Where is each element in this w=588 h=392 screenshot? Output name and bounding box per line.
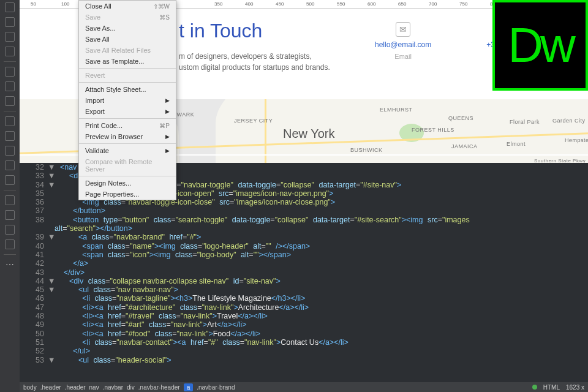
tool-icon[interactable] (5, 239, 15, 249)
tool-icon[interactable] (5, 32, 15, 42)
crumb-segment[interactable]: .navbar (103, 384, 123, 391)
tool-icon[interactable] (5, 96, 15, 106)
dreamweaver-logo: Dw (492, 0, 588, 91)
tag-breadcrumb[interactable]: body.header.headernav.navbardiv.navbar-h… (20, 382, 588, 392)
mail-icon: ✉ (396, 22, 410, 37)
crumb-segment[interactable]: .header (65, 384, 86, 391)
tool-icon[interactable] (5, 131, 15, 141)
menu-item[interactable]: Save All (79, 34, 176, 45)
tool-icon[interactable] (5, 175, 15, 185)
menu-item[interactable]: Save as Template... (79, 56, 176, 67)
tool-icon[interactable] (5, 2, 15, 12)
menu-item[interactable]: Attach Style Sheet... (79, 84, 176, 95)
menu-item: Save⌘S (79, 12, 176, 23)
lang-indicator: HTML (543, 384, 560, 391)
map-city-label: New York (283, 127, 335, 141)
tool-icon[interactable] (5, 17, 15, 27)
tool-icon[interactable] (5, 160, 15, 170)
menu-item: Compare with Remote Server (79, 156, 176, 175)
tool-icon[interactable] (5, 81, 15, 91)
contact-email[interactable]: ✉ hello@email.com Email (375, 22, 431, 60)
menu-item[interactable]: Design Notes... (79, 178, 176, 189)
status-dot-icon (532, 385, 537, 390)
tool-icon[interactable] (5, 116, 15, 126)
tool-icon[interactable] (5, 225, 15, 235)
tool-icon[interactable] (5, 67, 15, 77)
menu-item[interactable]: Page Properties... (79, 189, 176, 200)
menu-item[interactable]: Close All⇧⌘W (79, 1, 176, 12)
file-menu-dropdown: Close All⇧⌘WSave⌘SSave As...Save AllSave… (78, 0, 176, 200)
crumb-segment[interactable]: div (127, 384, 135, 391)
tool-icon[interactable] (5, 195, 15, 205)
crumb-segment[interactable]: nav (89, 384, 99, 391)
menu-item[interactable]: Save As... (79, 23, 176, 34)
menu-item[interactable]: Validate▶ (79, 145, 176, 156)
crumb-segment[interactable]: .navbar-brand (197, 384, 235, 391)
tool-icon[interactable] (5, 47, 15, 56)
crumb-segment[interactable]: .navbar-header (138, 384, 180, 391)
menu-item[interactable]: Print Code...⌘P (79, 120, 176, 131)
menu-item: Revert (79, 70, 176, 81)
crumb-segment[interactable]: .header (40, 384, 61, 391)
menu-item[interactable]: Export▶ (79, 106, 176, 117)
more-tools-icon[interactable]: ⋯ (6, 260, 15, 270)
size-indicator: 1623 x (566, 384, 584, 391)
menu-item: Save All Related Files (79, 45, 176, 56)
menu-item[interactable]: Preview in Browser▶ (79, 131, 176, 142)
left-toolbar: ⋯ (0, 0, 20, 392)
tool-icon[interactable] (5, 210, 15, 220)
tool-icon[interactable] (5, 146, 15, 156)
crumb-segment[interactable]: body (23, 384, 37, 391)
crumb-segment[interactable]: a (184, 383, 194, 391)
menu-item[interactable]: Import▶ (79, 95, 176, 106)
